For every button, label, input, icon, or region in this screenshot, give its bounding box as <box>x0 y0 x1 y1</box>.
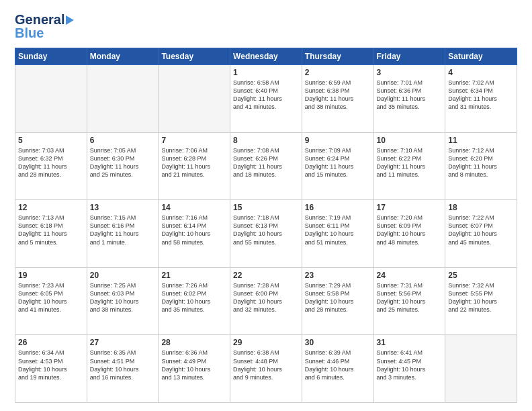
day-cell: 28Sunrise: 6:36 AM Sunset: 4:49 PM Dayli… <box>159 335 230 403</box>
day-cell: 30Sunrise: 6:39 AM Sunset: 4:46 PM Dayli… <box>302 335 373 403</box>
day-info: Sunrise: 6:38 AM Sunset: 4:48 PM Dayligh… <box>233 349 299 381</box>
day-cell <box>445 335 517 403</box>
day-cell: 15Sunrise: 7:18 AM Sunset: 6:13 PM Dayli… <box>230 200 302 268</box>
day-info: Sunrise: 7:01 AM Sunset: 6:36 PM Dayligh… <box>377 79 443 111</box>
day-cell: 5Sunrise: 7:03 AM Sunset: 6:32 PM Daylig… <box>15 132 87 200</box>
day-cell: 22Sunrise: 7:28 AM Sunset: 6:00 PM Dayli… <box>230 267 302 335</box>
day-number: 24 <box>377 271 443 280</box>
day-info: Sunrise: 6:39 AM Sunset: 4:46 PM Dayligh… <box>305 349 371 381</box>
day-number: 10 <box>377 136 443 145</box>
day-cell: 2Sunrise: 6:59 AM Sunset: 6:38 PM Daylig… <box>302 65 373 133</box>
logo-blue: Blue <box>15 26 44 41</box>
day-info: Sunrise: 7:09 AM Sunset: 6:24 PM Dayligh… <box>305 146 371 179</box>
day-number: 11 <box>448 136 514 145</box>
day-number: 28 <box>161 338 227 347</box>
day-number: 3 <box>377 68 443 77</box>
day-number: 31 <box>377 338 443 347</box>
day-cell: 11Sunrise: 7:12 AM Sunset: 6:20 PM Dayli… <box>445 132 517 200</box>
day-info: Sunrise: 7:31 AM Sunset: 5:56 PM Dayligh… <box>377 281 443 314</box>
day-number: 9 <box>305 136 371 145</box>
day-number: 1 <box>233 68 299 77</box>
day-info: Sunrise: 7:19 AM Sunset: 6:11 PM Dayligh… <box>305 214 371 246</box>
day-info: Sunrise: 7:08 AM Sunset: 6:26 PM Dayligh… <box>233 146 299 179</box>
week-row-4: 26Sunrise: 6:34 AM Sunset: 4:53 PM Dayli… <box>15 335 517 403</box>
day-number: 27 <box>90 338 156 347</box>
day-number: 25 <box>448 271 514 280</box>
day-number: 16 <box>305 203 371 212</box>
week-row-3: 19Sunrise: 7:23 AM Sunset: 6:05 PM Dayli… <box>15 267 517 335</box>
day-cell: 31Sunrise: 6:41 AM Sunset: 4:45 PM Dayli… <box>373 335 445 403</box>
day-info: Sunrise: 7:10 AM Sunset: 6:22 PM Dayligh… <box>377 146 443 179</box>
day-cell <box>15 65 87 133</box>
day-cell: 8Sunrise: 7:08 AM Sunset: 6:26 PM Daylig… <box>230 132 302 200</box>
day-info: Sunrise: 6:35 AM Sunset: 4:51 PM Dayligh… <box>90 349 156 381</box>
day-cell: 7Sunrise: 7:06 AM Sunset: 6:28 PM Daylig… <box>159 132 230 200</box>
day-number: 5 <box>18 136 84 145</box>
day-cell: 4Sunrise: 7:02 AM Sunset: 6:34 PM Daylig… <box>445 65 517 133</box>
day-cell: 14Sunrise: 7:16 AM Sunset: 6:14 PM Dayli… <box>159 200 230 268</box>
day-info: Sunrise: 7:32 AM Sunset: 5:55 PM Dayligh… <box>448 281 514 314</box>
day-cell: 9Sunrise: 7:09 AM Sunset: 6:24 PM Daylig… <box>302 132 373 200</box>
day-cell: 19Sunrise: 7:23 AM Sunset: 6:05 PM Dayli… <box>15 267 87 335</box>
weekday-header-sunday: Sunday <box>15 48 87 65</box>
day-info: Sunrise: 7:29 AM Sunset: 5:58 PM Dayligh… <box>305 281 371 314</box>
day-info: Sunrise: 7:12 AM Sunset: 6:20 PM Dayligh… <box>448 146 514 179</box>
day-number: 21 <box>161 271 227 280</box>
day-info: Sunrise: 7:26 AM Sunset: 6:02 PM Dayligh… <box>161 281 227 314</box>
day-number: 15 <box>233 203 299 212</box>
day-info: Sunrise: 7:06 AM Sunset: 6:28 PM Dayligh… <box>161 146 227 179</box>
day-cell: 26Sunrise: 6:34 AM Sunset: 4:53 PM Dayli… <box>15 335 87 403</box>
day-info: Sunrise: 7:05 AM Sunset: 6:30 PM Dayligh… <box>90 146 156 179</box>
day-cell: 10Sunrise: 7:10 AM Sunset: 6:22 PM Dayli… <box>373 132 445 200</box>
day-info: Sunrise: 7:15 AM Sunset: 6:16 PM Dayligh… <box>90 214 156 246</box>
weekday-header-thursday: Thursday <box>302 48 373 65</box>
day-info: Sunrise: 6:36 AM Sunset: 4:49 PM Dayligh… <box>161 349 227 381</box>
day-cell: 18Sunrise: 7:22 AM Sunset: 6:07 PM Dayli… <box>445 200 517 268</box>
day-cell: 24Sunrise: 7:31 AM Sunset: 5:56 PM Dayli… <box>373 267 445 335</box>
weekday-header-monday: Monday <box>87 48 159 65</box>
day-cell: 27Sunrise: 6:35 AM Sunset: 4:51 PM Dayli… <box>87 335 159 403</box>
day-cell: 6Sunrise: 7:05 AM Sunset: 6:30 PM Daylig… <box>87 132 159 200</box>
day-info: Sunrise: 7:03 AM Sunset: 6:32 PM Dayligh… <box>18 146 84 179</box>
logo-arrow-icon <box>66 15 74 25</box>
day-number: 6 <box>90 136 156 145</box>
day-info: Sunrise: 7:28 AM Sunset: 6:00 PM Dayligh… <box>233 281 299 314</box>
day-cell: 13Sunrise: 7:15 AM Sunset: 6:16 PM Dayli… <box>87 200 159 268</box>
day-info: Sunrise: 6:59 AM Sunset: 6:38 PM Dayligh… <box>305 79 371 111</box>
day-number: 26 <box>18 338 84 347</box>
day-cell: 25Sunrise: 7:32 AM Sunset: 5:55 PM Dayli… <box>445 267 517 335</box>
weekday-header-row: SundayMondayTuesdayWednesdayThursdayFrid… <box>15 48 517 65</box>
day-cell: 12Sunrise: 7:13 AM Sunset: 6:18 PM Dayli… <box>15 200 87 268</box>
day-info: Sunrise: 7:16 AM Sunset: 6:14 PM Dayligh… <box>161 214 227 246</box>
page: General Blue SundayMondayTuesdayWednesda… <box>0 0 532 411</box>
weekday-header-wednesday: Wednesday <box>230 48 302 65</box>
day-number: 23 <box>305 271 371 280</box>
day-cell: 16Sunrise: 7:19 AM Sunset: 6:11 PM Dayli… <box>302 200 373 268</box>
calendar-table: SundayMondayTuesdayWednesdayThursdayFrid… <box>15 48 517 403</box>
day-number: 30 <box>305 338 371 347</box>
day-cell: 3Sunrise: 7:01 AM Sunset: 6:36 PM Daylig… <box>373 65 445 133</box>
day-cell: 23Sunrise: 7:29 AM Sunset: 5:58 PM Dayli… <box>302 267 373 335</box>
day-cell: 17Sunrise: 7:20 AM Sunset: 6:09 PM Dayli… <box>373 200 445 268</box>
day-number: 18 <box>448 203 514 212</box>
day-info: Sunrise: 6:58 AM Sunset: 6:40 PM Dayligh… <box>233 79 299 111</box>
day-info: Sunrise: 7:25 AM Sunset: 6:03 PM Dayligh… <box>90 281 156 314</box>
day-number: 13 <box>90 203 156 212</box>
day-number: 7 <box>161 136 227 145</box>
day-cell: 1Sunrise: 6:58 AM Sunset: 6:40 PM Daylig… <box>230 65 302 133</box>
day-number: 29 <box>233 338 299 347</box>
week-row-0: 1Sunrise: 6:58 AM Sunset: 6:40 PM Daylig… <box>15 65 517 133</box>
logo: General Blue <box>15 12 74 41</box>
day-number: 14 <box>161 203 227 212</box>
day-info: Sunrise: 7:22 AM Sunset: 6:07 PM Dayligh… <box>448 214 514 246</box>
day-cell <box>87 65 159 133</box>
day-number: 4 <box>448 68 514 77</box>
day-info: Sunrise: 6:34 AM Sunset: 4:53 PM Dayligh… <box>18 349 84 381</box>
day-info: Sunrise: 7:02 AM Sunset: 6:34 PM Dayligh… <box>448 79 514 111</box>
weekday-header-friday: Friday <box>373 48 445 65</box>
day-number: 2 <box>305 68 371 77</box>
day-number: 12 <box>18 203 84 212</box>
week-row-1: 5Sunrise: 7:03 AM Sunset: 6:32 PM Daylig… <box>15 132 517 200</box>
day-cell <box>159 65 230 133</box>
day-info: Sunrise: 7:20 AM Sunset: 6:09 PM Dayligh… <box>377 214 443 246</box>
